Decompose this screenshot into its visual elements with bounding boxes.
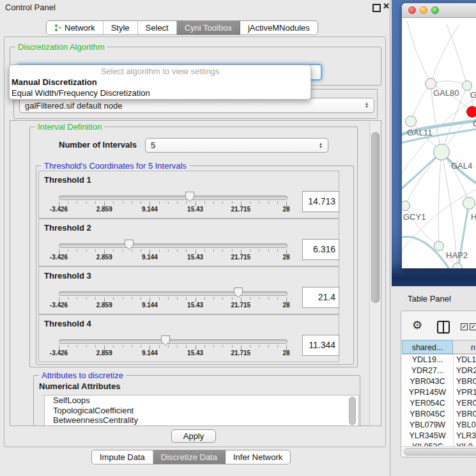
tab-impute-data[interactable]: Impute Data: [92, 450, 153, 464]
node-label: HAP2: [446, 250, 468, 260]
table-cell[interactable]: YBL0: [454, 420, 476, 431]
slider-tick-label: 28: [282, 302, 289, 309]
slider-tick-label: 15.43: [187, 302, 203, 309]
tab-network[interactable]: Network: [47, 21, 104, 35]
dropdown-option-manual[interactable]: Manual Discretization: [10, 77, 311, 88]
slider-tick-label: 15.43: [187, 206, 203, 213]
slider-tick-label: -3.426: [50, 206, 68, 213]
checkbox-icon[interactable]: ✓: [470, 323, 476, 330]
tab-jactivemnodules[interactable]: jActiveMNodules: [240, 21, 318, 35]
scrollbar-thumb[interactable]: [404, 448, 476, 456]
checkbox-icon[interactable]: ✓: [461, 323, 468, 330]
gear-icon[interactable]: ⚙: [412, 319, 422, 332]
slider-minor-ticks: [59, 249, 287, 252]
network-node-gal11[interactable]: [405, 116, 417, 127]
node-label: H: [471, 212, 476, 222]
network-window-titlebar[interactable]: [402, 3, 476, 18]
column-header-name[interactable]: n: [453, 340, 476, 354]
tab-style[interactable]: Style: [104, 21, 138, 35]
close-icon[interactable]: ✕: [383, 1, 390, 11]
table-cell[interactable]: YDR2: [454, 365, 476, 376]
table-cell[interactable]: YBL079W: [402, 420, 454, 431]
zoom-traffic-light-icon[interactable]: [431, 6, 439, 14]
table-row[interactable]: YDR27...YDR2: [402, 365, 476, 376]
tab-cyni-toolbox[interactable]: Cyni Toolbox: [177, 21, 240, 35]
network-node[interactable]: [452, 263, 463, 268]
discretization-algorithm-group: Discretization Algorithm Select algorith…: [10, 47, 381, 86]
tab-discretize-data[interactable]: Discretize Data: [153, 450, 226, 464]
threshold-value-field[interactable]: 6.316: [302, 239, 339, 260]
column-header-shared[interactable]: shared...: [402, 340, 453, 354]
slider-track[interactable]: [59, 291, 288, 296]
table-cell[interactable]: YDR27...: [402, 365, 454, 376]
table-cell[interactable]: YER0: [454, 398, 476, 409]
table-cell[interactable]: YPR1: [454, 387, 476, 398]
table-row[interactable]: YER054CYER0: [402, 398, 476, 409]
float-window-icon[interactable]: [372, 4, 381, 12]
slider-track[interactable]: [59, 243, 288, 248]
attribute-item[interactable]: SelfLoops: [45, 395, 358, 406]
network-canvas[interactable]: GAL80GCGAL11GAL4GCY1HHAP2: [402, 18, 476, 268]
table-cell[interactable]: YER054C: [402, 398, 454, 409]
attribute-item[interactable]: BetweennessCentrality: [45, 415, 358, 426]
slider-track[interactable]: [59, 339, 288, 344]
minimize-traffic-light-icon[interactable]: [420, 6, 427, 14]
horizontal-scrollbar[interactable]: [402, 446, 476, 456]
network-node-g[interactable]: [462, 81, 472, 91]
group-title: Interval Definition: [35, 122, 104, 132]
slider-thumb[interactable]: [160, 335, 171, 346]
table-panel: Table Panel ⚙ ✓ ✓ shared... n YDL19...YD…: [390, 286, 476, 476]
slider-thumb[interactable]: [124, 239, 134, 250]
node-label: C: [473, 119, 476, 128]
table-cell[interactable]: YDL1: [454, 355, 476, 365]
table-cell[interactable]: YDL19...: [402, 355, 454, 365]
list-scrollbar-thumb[interactable]: [349, 397, 356, 425]
table-cell[interactable]: YLR345W: [402, 431, 454, 441]
table-cell[interactable]: YBR043C: [402, 376, 454, 387]
num-intervals-value: 5: [151, 141, 155, 150]
table-cell[interactable]: YLR3: [454, 431, 476, 441]
table-row[interactable]: YBR045CYBR0: [402, 409, 476, 420]
table-row[interactable]: YPR145WYPR1: [402, 387, 476, 398]
slider-thumb[interactable]: [185, 191, 195, 203]
threshold-panel: Threshold 2 -3.4262.8599.14415.4321.7152…: [38, 219, 339, 266]
table-cell[interactable]: YBR0: [454, 376, 476, 387]
apply-button[interactable]: Apply: [171, 429, 216, 443]
slider-track[interactable]: [59, 196, 288, 200]
network-node-hap2[interactable]: [434, 241, 444, 251]
table-rows: YDL19...YDL1YDR27...YDR2YBR043CYBR0YPR14…: [402, 354, 476, 447]
threshold-value-field[interactable]: 21.4: [302, 287, 339, 308]
table-cell[interactable]: YBR045C: [402, 409, 454, 420]
network-edges: [402, 18, 476, 268]
tab-select[interactable]: Select: [138, 21, 177, 35]
slider-thumb[interactable]: [233, 287, 243, 298]
columns-icon[interactable]: [437, 321, 450, 334]
slider-tick-label: -3.426: [50, 254, 68, 261]
threshold-value-field[interactable]: 14.713: [302, 191, 339, 212]
attributes-list[interactable]: SelfLoopsTopologicalCoefficientBetweenne…: [44, 395, 359, 426]
table-cell[interactable]: YPR145W: [402, 387, 454, 398]
threshold-value-field[interactable]: 11.344: [302, 335, 339, 356]
dropdown-option-equal-width[interactable]: Equal Width/Frequency Discretization: [10, 88, 311, 98]
threshold-panel: Threshold 1 -3.4262.8599.14415.4321.7152…: [38, 171, 339, 219]
network-node-gal4[interactable]: [433, 144, 450, 160]
attributes-group: Attributes to discretize Numerical Attri…: [33, 375, 360, 426]
table-row[interactable]: YBL079WYBL0: [402, 420, 476, 431]
close-traffic-light-icon[interactable]: [408, 6, 416, 14]
table-cell[interactable]: YBR0: [454, 409, 476, 420]
table-row[interactable]: YDL19...YDL1: [402, 355, 476, 365]
top-tab-bar: NetworkStyleSelectCyni ToolboxjActiveMNo…: [46, 20, 318, 35]
vertical-scrollbar[interactable]: [369, 121, 380, 426]
page-title: Control Panel: [5, 3, 56, 12]
node-label: GCY1: [403, 212, 426, 222]
table-data-combobox[interactable]: galFiltered.sif default node ▲▼: [19, 98, 374, 113]
scrollbar-thumb[interactable]: [371, 132, 380, 303]
table-row[interactable]: YBR043CYBR0: [402, 376, 476, 387]
num-intervals-combobox[interactable]: 5 ▲▼: [145, 138, 328, 153]
tab-infer-network[interactable]: Infer Network: [226, 450, 290, 464]
attribute-item[interactable]: TopologicalCoefficient: [45, 406, 358, 416]
desktop-background: GAL80GCGAL11GAL4GCY1HHAP2: [392, 0, 476, 286]
network-node-c[interactable]: [466, 106, 476, 118]
table-row[interactable]: YLR345WYLR3: [402, 431, 476, 441]
network-node-h[interactable]: [463, 197, 475, 210]
